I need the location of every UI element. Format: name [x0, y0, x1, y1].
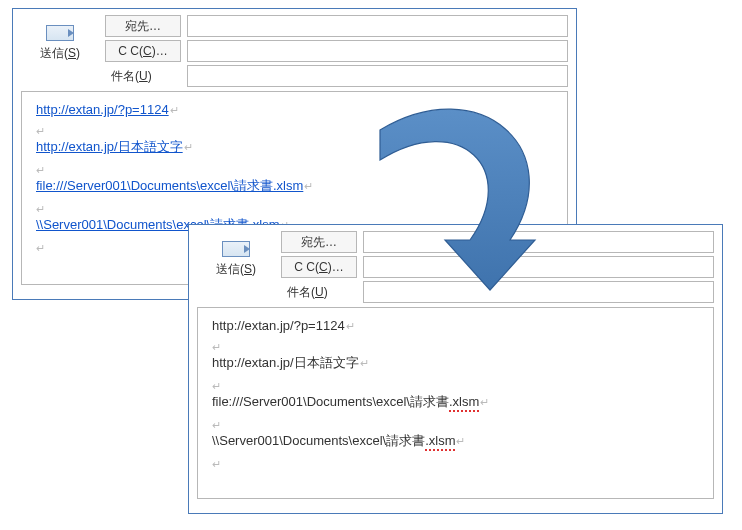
hyperlink[interactable]: http://extan.jp/日本語文字 [36, 139, 183, 154]
hyperlink[interactable]: http://extan.jp/?p=1124 [36, 102, 169, 117]
subject-label: 件名(U) [105, 65, 181, 87]
message-body-after[interactable]: http://extan.jp/?p=1124↵ ↵ http://extan.… [197, 307, 714, 499]
compose-header: 送信(S) 宛先… C C(C)… 件名(U) [189, 225, 722, 307]
plain-text-line: http://extan.jp/日本語文字 [212, 355, 359, 370]
to-input[interactable] [187, 15, 568, 37]
send-envelope-icon [46, 25, 74, 41]
plain-text-line: file:///Server001\Documents\excel\請求書.xl… [212, 394, 479, 412]
send-button[interactable]: 送信(S) [197, 231, 275, 278]
subject-input[interactable] [187, 65, 568, 87]
cc-input[interactable] [363, 256, 714, 278]
header-fields: 宛先… C C(C)… 件名(U) [105, 15, 568, 87]
subject-label: 件名(U) [281, 281, 357, 303]
send-label: 送信(S) [40, 45, 80, 62]
to-button[interactable]: 宛先… [281, 231, 357, 253]
cc-input[interactable] [187, 40, 568, 62]
send-envelope-icon [222, 241, 250, 257]
hyperlink[interactable]: file:///Server001\Documents\excel\請求書.xl… [36, 178, 303, 193]
compose-header: 送信(S) 宛先… C C(C)… 件名(U) [13, 9, 576, 91]
to-button[interactable]: 宛先… [105, 15, 181, 37]
plain-text-line: \\Server001\Documents\excel\請求書.xlsm [212, 433, 455, 451]
plain-text-line: http://extan.jp/?p=1124 [212, 318, 345, 333]
cc-button[interactable]: C C(C)… [105, 40, 181, 62]
compose-window-after: 送信(S) 宛先… C C(C)… 件名(U) http://exta [188, 224, 723, 514]
cc-button[interactable]: C C(C)… [281, 256, 357, 278]
send-label: 送信(S) [216, 261, 256, 278]
to-input[interactable] [363, 231, 714, 253]
subject-input[interactable] [363, 281, 714, 303]
header-fields: 宛先… C C(C)… 件名(U) [281, 231, 714, 303]
send-button[interactable]: 送信(S) [21, 15, 99, 62]
